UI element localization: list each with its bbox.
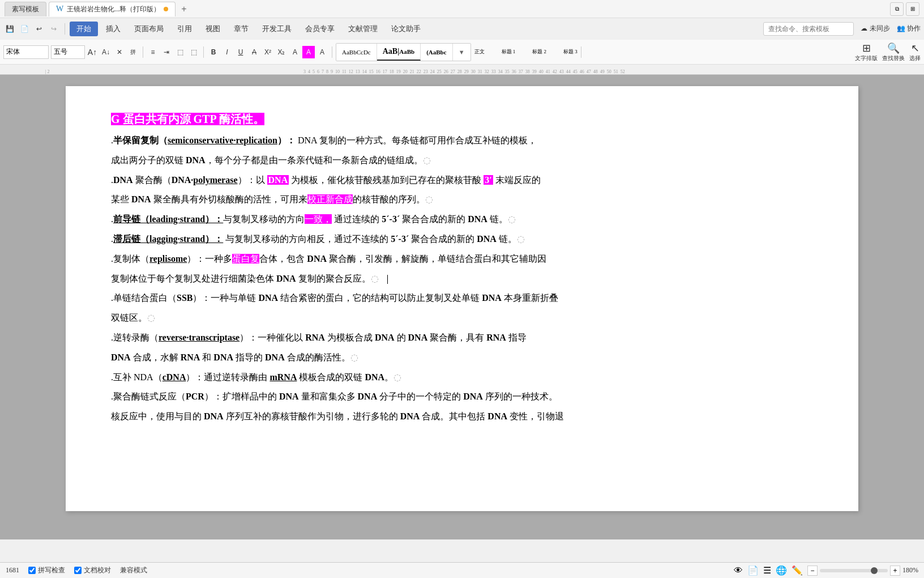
style-labels: 正文 标题 1 标题 2 标题 3	[474, 48, 578, 56]
sep-3	[203, 46, 204, 58]
zoom-slider-thumb[interactable]	[871, 567, 878, 574]
h1-label-preview: AaB	[383, 47, 397, 56]
bold-button[interactable]: B	[207, 46, 220, 58]
find-replace-button[interactable]: 🔍 查找替换	[882, 42, 905, 62]
para-p3: 成出两分子的双链 DNA，每个分子都是由一条亲代链和一条新合成的链组成。◌	[111, 152, 813, 169]
menu-vip[interactable]: 会员专享	[300, 22, 340, 36]
list-button[interactable]: ≡	[147, 46, 159, 58]
sep-4	[332, 46, 332, 58]
menu-view[interactable]: 视图	[200, 22, 226, 36]
para-g-protein: G 蛋白共有内源 GTP 酶活性。	[111, 109, 813, 129]
ruler: | 2 3 4 5 6 7 8 9 10 11 12 13 14 15 16 1…	[0, 65, 924, 75]
align-center[interactable]: ⬚	[187, 46, 200, 58]
doc-icon-button[interactable]: 📄	[747, 565, 759, 576]
text-dot-p8: .	[111, 254, 113, 264]
spell-check-text: 拼写检查	[38, 566, 65, 575]
font-size-up-button[interactable]: A↑	[86, 46, 99, 58]
h1-label: AaBb	[399, 48, 414, 55]
align-left[interactable]: ⬚	[174, 46, 186, 58]
tab-active[interactable]: W 王镜岩岩生物化...释（打印版）	[49, 2, 176, 16]
normal-label-preview: AaBbCcDc	[342, 49, 371, 56]
spell-check-label[interactable]: 拼写检查	[28, 566, 65, 575]
zoom-out-button[interactable]: −	[807, 566, 818, 576]
clear-format-button[interactable]: ✕	[113, 46, 126, 58]
superscript-button[interactable]: X²	[262, 46, 274, 58]
redo-button[interactable]: ↪	[48, 23, 60, 35]
restore-button[interactable]: ⧉	[890, 2, 904, 16]
para-p9: 复制体位于每个复制叉处进行细菌染色体 DNA 复制的聚合反应。◌ |	[111, 271, 813, 287]
indent-button[interactable]: ⇥	[160, 46, 173, 58]
pinyin-button[interactable]: 拼	[127, 46, 139, 58]
maximize-button[interactable]: ⊞	[906, 2, 919, 16]
strikethrough-button[interactable]: A	[248, 46, 260, 58]
tab-label: 王镜岩岩生物化...释（打印版）	[67, 5, 160, 14]
sync-button[interactable]: ☁ 未同步	[861, 24, 889, 33]
select-icon: ↖	[911, 42, 919, 54]
new-tab-button[interactable]: +	[178, 4, 190, 14]
undo-button[interactable]: ↩	[33, 23, 45, 35]
collab-button[interactable]: 👥 协作	[897, 24, 921, 33]
border-button[interactable]: A	[316, 46, 328, 58]
highlight-jiaozheng: 校正新合成	[307, 194, 353, 204]
h2-label-text: 标题 2	[532, 48, 546, 56]
ruler-nums: 3 4 5 6 7 8 9 10 11 12 13 14 15 16 17 18…	[50, 69, 879, 74]
subscript-button[interactable]: X₂	[275, 46, 288, 58]
word-count: 1681	[6, 566, 19, 575]
compat-mode: 兼容模式	[120, 566, 147, 575]
tab-inactive[interactable]: 素写模板	[5, 2, 46, 16]
status-right: 👁 📄 ☰ 🌐 ✏️ − + 180%	[734, 565, 918, 576]
para-replisome: .复制体（replisome）：一种多蛋白复合体，包含 DNA 聚合酶，引发酶，…	[111, 251, 813, 267]
text-layout-icon: ⊞	[862, 42, 871, 54]
menu-insert[interactable]: 插入	[100, 22, 126, 36]
select-button[interactable]: ↖ 选择	[909, 42, 921, 62]
style-group: AaBbCcDc AaB| AaBb (AaBbc ▼	[336, 43, 471, 61]
page[interactable]: G 蛋白共有内源 GTP 酶活性。 .半保留复制（semiconservativ…	[66, 86, 858, 511]
menu-dev[interactable]: 开发工具	[256, 22, 297, 36]
underline-button[interactable]: U	[234, 46, 247, 58]
para-reverse-transcriptase: .逆转录酶（reverse·transcriptase）：一种催化以 RNA 为…	[111, 330, 813, 346]
text-dot-p15: .	[111, 392, 113, 401]
globe-icon-button[interactable]: 🌐	[776, 565, 787, 576]
edit-icon-button[interactable]: ✏️	[792, 565, 803, 576]
spell-check-checkbox[interactable]	[28, 567, 36, 574]
style-normal[interactable]: AaBbCcDc	[336, 44, 377, 61]
doc-compare-checkbox[interactable]	[74, 567, 82, 574]
sep-5	[581, 46, 581, 58]
font-size-down-button[interactable]: A↓	[100, 46, 112, 58]
eye-icon-button[interactable]: 👁	[734, 566, 743, 576]
save-button[interactable]: 💾	[3, 23, 16, 35]
para-pcr: .聚合酶链式反应（PCR）：扩增样品中的 DNA 量和富集众多 DNA 分子中的…	[111, 389, 813, 405]
style-h1[interactable]: AaB| AaBb	[377, 44, 421, 61]
font-color-button[interactable]: A	[289, 46, 301, 58]
menu-layout[interactable]: 页面布局	[129, 22, 169, 36]
search-input[interactable]	[763, 22, 854, 36]
highlight-button[interactable]: A	[302, 46, 315, 58]
select-label: 选择	[909, 54, 921, 62]
menu-paper[interactable]: 论文助手	[386, 22, 426, 36]
menu-references[interactable]: 引用	[172, 22, 198, 36]
doc-compare-label[interactable]: 文档校对	[74, 566, 111, 575]
h2-label-preview: (AaBbc	[426, 49, 446, 56]
style-more[interactable]: ▼	[453, 44, 470, 61]
zoom-in-button[interactable]: +	[890, 566, 900, 576]
highlight-dna: DNA	[267, 175, 289, 185]
new-button[interactable]: 📄	[18, 23, 31, 35]
window-controls: ⧉ ⊞	[890, 2, 919, 16]
font-size-input[interactable]: 五号	[51, 45, 85, 59]
font-name-input[interactable]: 宋体	[3, 45, 49, 59]
find-replace-label: 查找替换	[882, 54, 905, 62]
style-h2[interactable]: (AaBbc	[421, 44, 452, 61]
text-dot-p14: .	[111, 372, 113, 382]
highlight-yizhi: 一致，	[305, 214, 332, 224]
sep-2	[143, 46, 143, 58]
menu-section[interactable]: 章节	[228, 22, 254, 36]
menu-refs[interactable]: 文献管理	[343, 22, 383, 36]
right-tools: ⊞ 文字排版 🔍 查找替换 ↖ 选择	[855, 42, 921, 62]
list-icon-button[interactable]: ☰	[763, 565, 771, 576]
italic-button[interactable]: I	[221, 46, 233, 58]
text-layout-button[interactable]: ⊞ 文字排版	[855, 42, 878, 62]
zoom-slider-track[interactable]	[820, 569, 888, 572]
text-semi-lead: 半保留复制（semiconservative·replication）：	[113, 135, 296, 145]
menu-home[interactable]: 开始	[70, 22, 98, 36]
h3-label-text: 标题 3	[563, 48, 578, 56]
